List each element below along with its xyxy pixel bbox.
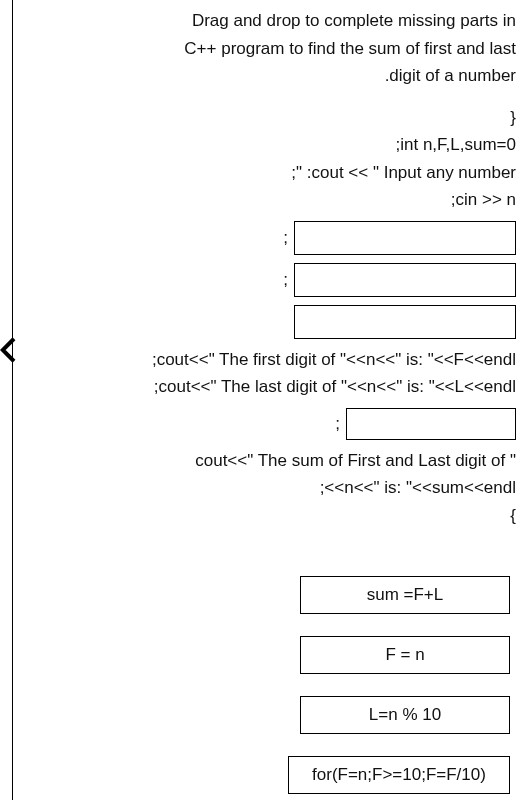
tile-sum[interactable]: sum =F+L <box>300 576 510 614</box>
code-cout-last: ;cout<<" The last digit of "<<n<<" is: "… <box>20 374 516 400</box>
code-cout-sum-1: cout<<" The sum of First and Last digit … <box>20 448 516 474</box>
drop-target-4[interactable] <box>346 408 516 440</box>
tile-f[interactable]: F = n <box>300 636 510 674</box>
blank-2-semi: ; <box>283 267 288 293</box>
instruction-line-1: Drag and drop to complete missing parts … <box>20 8 516 34</box>
code-cout-sum-2: ;<<n<<" is: "<<sum<<endl <box>20 475 516 501</box>
drop-target-3[interactable] <box>294 305 516 339</box>
left-divider <box>12 0 13 800</box>
blank-4-semi: ; <box>335 411 340 437</box>
code-cout-prompt: ;" :cout << " Input any number <box>20 160 516 186</box>
drop-target-1[interactable] <box>294 221 516 255</box>
code-cin: ;cin >> n <box>20 187 516 213</box>
code-brace-open: } <box>20 105 516 131</box>
instruction-line-3: .digit of a number <box>20 63 516 89</box>
code-brace-close: { <box>20 503 516 529</box>
tile-l[interactable]: L=n % 10 <box>300 696 510 734</box>
instruction-line-2: C++ program to find the sum of first and… <box>20 36 516 62</box>
code-cout-first: ;cout<<" The first digit of "<<n<<" is: … <box>20 347 516 373</box>
blank-1-semi: ; <box>283 225 288 251</box>
answer-tiles: sum =F+L F = n L=n % 10 for(F=n;F>=10;F=… <box>20 576 510 794</box>
code-decl: ;int n,F,L,sum=0 <box>20 132 516 158</box>
tile-for[interactable]: for(F=n;F>=10;F=F/10) <box>288 756 510 794</box>
drop-target-2[interactable] <box>294 263 516 297</box>
question-body: Drag and drop to complete missing parts … <box>20 8 516 530</box>
